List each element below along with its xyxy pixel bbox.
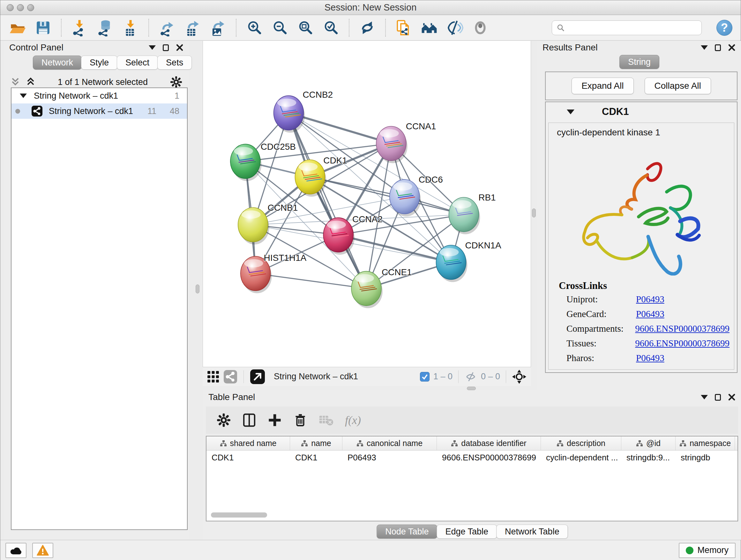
crosslink-value-link[interactable]: P06493 <box>636 309 664 319</box>
column-header-description[interactable]: description <box>541 436 621 450</box>
import-database-icon[interactable] <box>96 18 114 37</box>
fit-selected-crosshair-icon[interactable] <box>512 369 527 384</box>
network-row[interactable]: String Network – cdk1 11 48 <box>11 104 187 119</box>
network-edge[interactable] <box>256 273 366 289</box>
panel-menu-icon[interactable] <box>701 45 708 50</box>
export-table-icon[interactable] <box>184 18 201 37</box>
tab-style[interactable]: Style <box>81 56 118 70</box>
import-table-icon[interactable] <box>122 18 139 37</box>
import-network-icon[interactable] <box>71 18 88 37</box>
table-cell[interactable]: CDK1 <box>206 450 290 464</box>
zoom-in-icon[interactable] <box>246 18 263 37</box>
network-options-gear-icon[interactable] <box>170 76 182 88</box>
clone-network-icon[interactable] <box>395 18 413 37</box>
table-cell[interactable]: 9606.ENSP00000378699 <box>437 450 541 464</box>
panel-float-icon[interactable] <box>715 44 721 51</box>
export-image-icon[interactable] <box>209 18 227 37</box>
crosslink-value-link[interactable]: 9606.ENSP00000378699 <box>635 338 730 349</box>
crosslink-value-link[interactable]: P06493 <box>636 294 664 305</box>
panel-float-icon[interactable] <box>715 394 721 401</box>
string-view-icon[interactable] <box>224 370 237 383</box>
column-header-namespace[interactable]: namespace <box>676 436 735 450</box>
show-columns-icon[interactable] <box>242 413 256 427</box>
expand-all-button[interactable]: Expand All <box>571 78 633 94</box>
tab-node-table[interactable]: Node Table <box>377 524 437 539</box>
panel-close-icon[interactable] <box>728 44 736 51</box>
collapse-all-button[interactable]: Collapse All <box>645 78 711 94</box>
column-header-shared-name[interactable]: shared name <box>206 436 290 450</box>
network-node-CDC6[interactable] <box>390 179 421 216</box>
network-collection-row[interactable]: String Network – cdk1 1 <box>11 88 187 104</box>
right-splitter-handle[interactable] <box>532 208 536 217</box>
tab-network[interactable]: Network <box>33 56 82 70</box>
function-builder-icon[interactable]: f(x) <box>345 414 361 427</box>
crosslink-value-link[interactable]: P06493 <box>636 353 664 363</box>
network-node-CDC25B[interactable] <box>230 144 262 181</box>
warning-button[interactable] <box>32 543 53 558</box>
memory-button[interactable]: Memory <box>679 543 736 558</box>
column-header-@id[interactable]: @id <box>621 436 676 450</box>
panel-menu-icon[interactable] <box>149 45 156 50</box>
network-node-CCNE1[interactable] <box>351 271 383 308</box>
network-canvas[interactable]: CCNB2CCNA1CDC25BCDK1CDC6RB1CCNB1CCNA2CDK… <box>203 41 531 367</box>
network-node-RB1[interactable] <box>449 197 480 234</box>
table-cell[interactable]: stringdb:9... <box>621 450 676 464</box>
show-graphics-details-icon[interactable] <box>471 18 489 37</box>
network-node-CCNB1[interactable] <box>238 207 269 245</box>
minimize-window-button[interactable] <box>17 4 24 11</box>
column-header-database-identifier[interactable]: database identifier <box>437 436 541 450</box>
column-header-canonical-name[interactable]: canonical name <box>342 436 437 450</box>
crosslink-value-link[interactable]: 9606.ENSP00000378699 <box>635 323 730 334</box>
tab-network-table[interactable]: Network Table <box>496 524 568 539</box>
tab-sets[interactable]: Sets <box>157 56 192 70</box>
gene-collapse-icon[interactable] <box>567 110 575 114</box>
help-button[interactable]: ? <box>717 20 732 36</box>
hide-annotations-icon[interactable] <box>446 18 464 37</box>
table-cell[interactable]: CDK1 <box>290 450 342 464</box>
network-node-CCNA1[interactable] <box>376 126 408 163</box>
birdseye-grid-icon[interactable] <box>207 371 219 383</box>
network-node-CDKN1A[interactable] <box>436 245 468 282</box>
main-toolbar: ? <box>0 15 741 41</box>
open-session-icon[interactable] <box>9 18 26 37</box>
selected-items-checkbox[interactable] <box>420 372 429 381</box>
bottom-splitter-handle[interactable] <box>467 387 476 390</box>
panel-menu-icon[interactable] <box>701 395 708 399</box>
expand-all-tree-icon[interactable] <box>26 77 36 87</box>
panel-float-icon[interactable] <box>163 44 169 51</box>
delete-table-icon[interactable] <box>319 414 333 427</box>
column-header-name[interactable]: name <box>290 436 342 450</box>
zoom-out-icon[interactable] <box>271 18 289 37</box>
zoom-window-button[interactable] <box>27 4 34 11</box>
close-window-button[interactable] <box>7 4 14 11</box>
export-network-icon[interactable] <box>158 18 176 37</box>
tab-edge-table[interactable]: Edge Table <box>436 524 497 539</box>
tab-string[interactable]: String <box>619 55 659 69</box>
open-view-in-window-icon[interactable] <box>250 369 265 384</box>
table-row[interactable]: CDK1CDK1P064939606.ENSP00000378699cyclin… <box>206 450 738 464</box>
collection-expand-icon[interactable] <box>20 94 27 98</box>
delete-column-icon[interactable] <box>293 413 307 427</box>
table-options-gear-icon[interactable] <box>217 413 231 427</box>
table-cell[interactable]: P06493 <box>342 450 437 464</box>
network-node-CCNB2[interactable] <box>274 96 305 133</box>
table-cell[interactable]: stringdb <box>676 450 735 464</box>
table-horizontal-scrollbar[interactable] <box>211 512 267 517</box>
cloud-button[interactable] <box>5 543 26 558</box>
zoom-selected-icon[interactable] <box>322 18 340 37</box>
left-splitter-handle[interactable] <box>196 285 199 294</box>
panel-close-icon[interactable] <box>728 393 736 401</box>
home-networks-icon[interactable] <box>420 18 438 37</box>
panel-close-icon[interactable] <box>176 44 184 51</box>
refresh-icon[interactable] <box>358 18 376 37</box>
collapse-all-tree-icon[interactable] <box>10 77 20 87</box>
table-cell[interactable]: cyclin-dependent ... <box>541 450 621 464</box>
network-node-CDK1[interactable] <box>295 160 326 197</box>
network-node-CCNA2[interactable] <box>323 218 354 255</box>
search-input[interactable] <box>568 23 697 33</box>
save-session-icon[interactable] <box>34 18 52 37</box>
gene-description: cyclin-dependent kinase 1 <box>557 127 660 138</box>
tab-select[interactable]: Select <box>117 56 158 70</box>
zoom-fit-icon[interactable] <box>296 18 314 37</box>
add-column-icon[interactable] <box>268 413 282 427</box>
